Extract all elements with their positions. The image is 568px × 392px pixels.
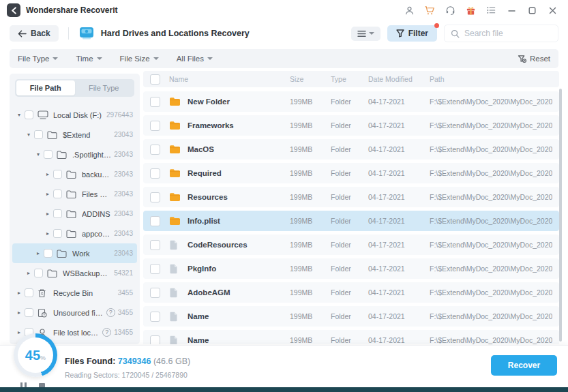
tree-checkbox[interactable] <box>25 288 33 297</box>
tree-checkbox[interactable] <box>34 269 43 277</box>
tree-checkbox[interactable] <box>44 249 53 258</box>
filter-dropdown-label: All Files <box>177 55 204 63</box>
tree-checkbox[interactable] <box>44 150 53 159</box>
caret-expanded-icon[interactable]: ▾ <box>25 132 33 138</box>
support-headset-icon[interactable] <box>441 3 459 18</box>
filter-dropdown-file-size[interactable]: File Size <box>120 55 159 63</box>
tree-item-count: 23043 <box>114 190 133 198</box>
search-box[interactable] <box>444 25 558 42</box>
filter-dropdown-file-type[interactable]: File Type <box>18 55 58 63</box>
task-list-icon[interactable] <box>482 3 500 18</box>
tree-item-wsbackupdata[interactable]: ▸WSBackupData54321 <box>12 263 137 283</box>
caret-collapsed-icon[interactable]: ▸ <box>44 211 52 217</box>
tree-item-count: 23043 <box>114 170 133 178</box>
filter-dropdown-time[interactable]: Time <box>76 55 102 63</box>
close-icon[interactable] <box>543 3 561 18</box>
tree-item-spotlight-v10000[interactable]: ▾.Spotlight-V10000...23043 <box>12 145 137 164</box>
chevron-down-icon <box>153 57 159 60</box>
filter-alert-dot <box>434 23 439 28</box>
tree-item-count: 2976443 <box>106 111 133 119</box>
table-row[interactable]: Name199MBFolder04-17-2021F:\$Extend\MyDo… <box>143 306 559 327</box>
caret-expanded-icon[interactable]: ▾ <box>34 151 42 157</box>
minimize-icon[interactable] <box>503 3 520 18</box>
row-path: F:\$Extend\MyDoc_2020\MyDoc_2020\M... <box>430 336 552 344</box>
select-all-checkbox[interactable] <box>150 74 160 85</box>
caret-collapsed-icon[interactable]: ▸ <box>34 250 42 256</box>
column-header-name[interactable]: Name <box>169 75 290 83</box>
tree-item-extend[interactable]: ▾$Extend23043 <box>12 125 137 145</box>
table-row[interactable]: Name199MBFolder04-17-2021F:\$Extend\MyDo… <box>143 330 559 344</box>
row-checkbox[interactable] <box>150 121 160 131</box>
caret-collapsed-icon[interactable]: ▸ <box>44 230 52 237</box>
maximize-icon[interactable] <box>523 3 541 18</box>
row-checkbox[interactable] <box>150 192 160 202</box>
tree-checkbox[interactable] <box>53 209 62 218</box>
row-checkbox[interactable] <box>150 216 160 226</box>
chevron-down-icon <box>369 32 374 35</box>
tree-item-work[interactable]: ▸Work23043 <box>12 243 137 263</box>
tree-checkbox[interactable] <box>25 308 33 317</box>
column-header-date[interactable]: Date Modified <box>368 75 430 83</box>
table-row[interactable]: AdobeAGM199MBFolder04-17-2021F:\$Extend\… <box>143 282 559 303</box>
column-header-path[interactable]: Path <box>430 75 552 83</box>
row-type: Folder <box>331 121 368 130</box>
tree-item-files-lost-origi[interactable]: ▸Files Lost Origi...23043 <box>12 184 137 204</box>
tree-item-backupdata[interactable]: ▸backupdata23043 <box>12 164 137 184</box>
tree-checkbox[interactable] <box>53 190 62 198</box>
table-row[interactable]: New Folder199MBFolder04-17-2021F:\$Exten… <box>143 91 559 112</box>
row-checkbox[interactable] <box>150 335 160 345</box>
search-input[interactable] <box>464 29 546 38</box>
tree-item-unsourced-files[interactable]: ▸Unsourced files?3455 <box>12 303 137 322</box>
caret-collapsed-icon[interactable]: ▸ <box>25 270 33 276</box>
caret-collapsed-icon[interactable]: ▸ <box>15 290 23 296</box>
row-checkbox[interactable] <box>150 288 160 298</box>
column-header-size[interactable]: Size <box>290 75 331 83</box>
tree-checkbox[interactable] <box>53 170 62 179</box>
gift-icon[interactable] <box>462 3 479 18</box>
recover-button[interactable]: Recover <box>491 355 557 376</box>
tree-item-appcompat[interactable]: ▸appcompat23043 <box>12 224 137 243</box>
row-checkbox[interactable] <box>150 312 160 322</box>
row-date: 04-17-2021 <box>368 193 430 201</box>
tree-item-recycle-bin[interactable]: ▸Recycle Bin3455 <box>12 283 137 303</box>
account-icon[interactable] <box>400 3 418 18</box>
sidebar-tab-file-path[interactable]: File Path <box>16 80 75 95</box>
caret-expanded-icon[interactable]: ▾ <box>15 112 23 118</box>
caret-collapsed-icon[interactable]: ▸ <box>44 191 52 197</box>
row-checkbox[interactable] <box>150 264 160 274</box>
reset-filter-button[interactable]: Reset <box>518 55 550 63</box>
help-icon[interactable]: ? <box>106 308 115 317</box>
view-options-button[interactable] <box>351 27 380 41</box>
tree-checkbox[interactable] <box>53 229 62 238</box>
table-row[interactable]: Frameworks199MBFolder04-17-2021F:\$Exten… <box>143 115 559 136</box>
help-icon[interactable]: ? <box>102 328 111 337</box>
row-checkbox[interactable] <box>150 145 160 155</box>
row-checkbox[interactable] <box>150 168 160 179</box>
filter-dropdown-all-files[interactable]: All Files <box>177 55 213 63</box>
folder-icon <box>66 189 78 199</box>
filter-button[interactable]: Filter <box>387 25 437 42</box>
hard-drive-icon <box>78 27 95 40</box>
table-scrollbar[interactable] <box>559 89 562 342</box>
table-row[interactable]: Resources199MBFolder04-17-2021F:\$Extend… <box>143 187 559 207</box>
caret-collapsed-icon[interactable]: ▸ <box>15 329 23 335</box>
tree-checkbox[interactable] <box>34 130 43 139</box>
caret-collapsed-icon[interactable]: ▸ <box>15 310 23 316</box>
cart-icon[interactable] <box>421 3 438 18</box>
row-checkbox[interactable] <box>150 97 160 107</box>
back-button[interactable]: Back <box>10 25 59 42</box>
table-row[interactable]: Info.plist199MBFolder04-17-2021F:\$Exten… <box>143 211 559 231</box>
caret-collapsed-icon[interactable]: ▸ <box>44 171 52 177</box>
column-header-type[interactable]: Type <box>331 75 368 83</box>
table-row[interactable]: MacOS199MBFolder04-17-2021F:\$Extend\MyD… <box>143 139 559 160</box>
table-row[interactable]: Required199MBFolder04-17-2021F:\$Extend\… <box>143 163 559 183</box>
table-row[interactable]: PkgInfo199MBFolder04-17-2021F:\$Extend\M… <box>143 258 559 279</box>
table-row[interactable]: CodeResources199MBFolder04-17-2021F:\$Ex… <box>143 235 559 255</box>
tree-checkbox[interactable] <box>25 110 33 119</box>
tree-item-addins[interactable]: ▸ADDINS23043 <box>12 204 137 224</box>
tree-item-local-disk-f[interactable]: ▾Local Disk (F:)2976443 <box>12 105 137 125</box>
row-type: Folder <box>331 336 368 344</box>
row-name: AdobeAGM <box>188 288 290 297</box>
row-checkbox[interactable] <box>150 240 160 250</box>
sidebar-tab-file-type[interactable]: File Type <box>75 80 134 95</box>
